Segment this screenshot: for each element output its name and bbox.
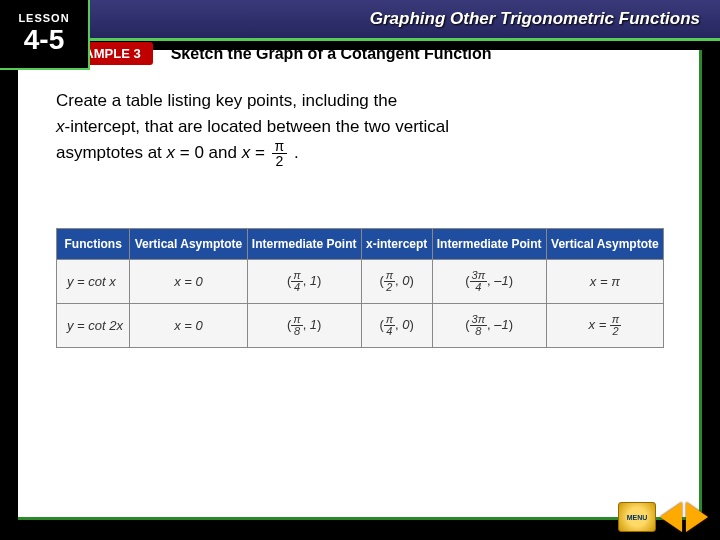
cell-va1: x = 0: [130, 260, 247, 304]
col-functions: Functions: [57, 229, 130, 260]
key-points-table: Functions Vertical Asymptote Intermediat…: [56, 228, 664, 348]
cell-ip1: (π4, 1): [247, 260, 361, 304]
col-xint: x-intercept: [361, 229, 432, 260]
nav-controls: MENU: [618, 502, 708, 532]
menu-button[interactable]: MENU: [618, 502, 656, 532]
instruction-text: Create a table listing key points, inclu…: [56, 88, 664, 168]
cell-va1: x = 0: [130, 304, 247, 348]
cell-fn: y = cot x: [57, 260, 130, 304]
cell-va2: x = π2: [546, 304, 663, 348]
cell-xi: (π2, 0): [361, 260, 432, 304]
col-va2: Vertical Asymptote: [546, 229, 663, 260]
cell-xi: (π4, 0): [361, 304, 432, 348]
lesson-number: 4-5: [24, 24, 64, 56]
cell-fn: y = cot 2x: [57, 304, 130, 348]
cell-ip1: (π8, 1): [247, 304, 361, 348]
table-row: y = cot x x = 0 (π4, 1) (π2, 0) (3π4, –1…: [57, 260, 664, 304]
lesson-label: LESSON: [18, 12, 69, 24]
divider: [0, 38, 720, 41]
next-arrow-icon[interactable]: [686, 502, 708, 532]
table-row: y = cot 2x x = 0 (π8, 1) (π4, 0) (3π8, –…: [57, 304, 664, 348]
cell-va2: x = π: [546, 260, 663, 304]
table-header-row: Functions Vertical Asymptote Intermediat…: [57, 229, 664, 260]
example-title: Sketch the Graph of a Cotangent Function: [171, 45, 492, 63]
chapter-title: Graphing Other Trigonometric Functions: [0, 0, 720, 38]
prev-arrow-icon[interactable]: [660, 502, 682, 532]
cell-ip2: (3π4, –1): [432, 260, 546, 304]
col-va1: Vertical Asymptote: [130, 229, 247, 260]
example-header: EXAMPLE 3 Sketch the Graph of a Cotangen…: [55, 42, 492, 65]
lesson-badge: LESSON 4-5: [0, 0, 90, 70]
col-ip1: Intermediate Point: [247, 229, 361, 260]
col-ip2: Intermediate Point: [432, 229, 546, 260]
cell-ip2: (3π8, –1): [432, 304, 546, 348]
